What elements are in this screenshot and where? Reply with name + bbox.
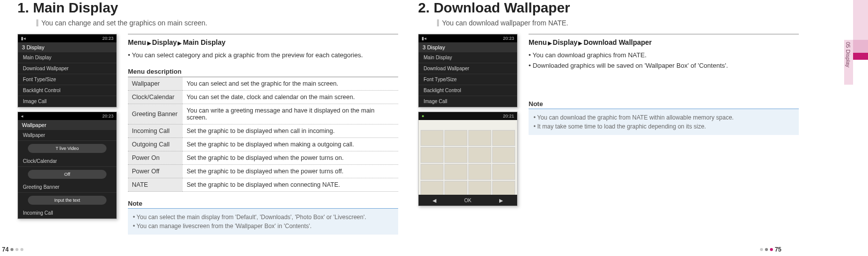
chevron-right-icon: ▶ [578, 40, 582, 46]
table-row: NATESet the graphic to be displayed when… [128, 178, 398, 192]
chevron-right-icon: ▶ [548, 40, 552, 46]
subheading-menu-description: Menu description [128, 68, 398, 77]
page-right: 2. Download Wallpaper You can download w… [408, 0, 816, 256]
intro-text: You can download wallpaper from NATE. [442, 19, 568, 27]
breadcrumb: Menu▶Display▶Download Wallpaper [529, 34, 799, 46]
dot-icon [770, 248, 773, 251]
section-tab-label: 05 Display [845, 42, 851, 67]
intro-bar-icon [437, 19, 439, 26]
dot-icon [10, 248, 13, 251]
menu-description-table: WallpaperYou can select and set the grap… [128, 77, 398, 192]
heading-download-wallpaper: 2. Download Wallpaper [418, 0, 799, 16]
body-text: • Downloaded graphics will be saved on '… [529, 62, 799, 69]
table-row: WallpaperYou can select and set the grap… [128, 77, 398, 91]
note-box: • You can download the graphic from NATE… [529, 109, 799, 135]
dot-icon [20, 248, 23, 251]
section-tab: 05 Display [838, 0, 868, 256]
table-row: Power OffSet the graphic to be displayed… [128, 165, 398, 178]
dot-icon [760, 248, 763, 251]
intro-text: You can change and set the graphics on m… [41, 19, 207, 27]
note-box: • You can select the main display from '… [128, 209, 398, 235]
table-row: Clock/CalendarYou can set the date, cloc… [128, 91, 398, 104]
screenshot-column: ▮◂20:23 3 Display Main Display Download … [418, 34, 518, 206]
body-text: • You can download graphics from NATE. [529, 51, 799, 59]
chevron-right-icon: ▶ [178, 40, 182, 46]
chevron-right-icon: ▶ [147, 40, 151, 46]
table-row: Outgoing CallSet the graphic to be displ… [128, 138, 398, 151]
intro-bar-icon [36, 19, 38, 26]
page-left: 1. Main Display You can change and set t… [0, 0, 408, 256]
screenshot-column: ▮◂20:23 3 Display Main Display Download … [17, 34, 117, 235]
table-row: Power OnSet the graphic to be displayed … [128, 151, 398, 165]
body-text: • You can select category and pick a gra… [128, 51, 398, 59]
phone-screenshot-display-menu: ▮◂20:23 3 Display Main Display Download … [418, 34, 518, 108]
note-heading: Note [529, 100, 799, 109]
note-heading: Note [128, 200, 398, 209]
dot-icon [765, 248, 768, 251]
heading-main-display: 1. Main Display [17, 0, 398, 16]
page-number-left: 74 [2, 246, 23, 253]
phone-screenshot-nate-portal: ●20:21 ◀ OK ▶ [418, 112, 518, 206]
dot-icon [15, 248, 18, 251]
phone-screenshot-display-menu: ▮◂20:23 3 Display Main Display Download … [17, 34, 117, 108]
phone-screenshot-wallpaper: ◂20:23 Wallpaper Wallpaper T live Video … [17, 112, 117, 219]
table-row: Greeting BannerYou can write a greeting … [128, 104, 398, 125]
page-number-right: 75 [760, 246, 781, 253]
table-row: Incoming CallSet the graphic to be displ… [128, 125, 398, 138]
breadcrumb: Menu▶Display▶Main Display [128, 34, 398, 46]
